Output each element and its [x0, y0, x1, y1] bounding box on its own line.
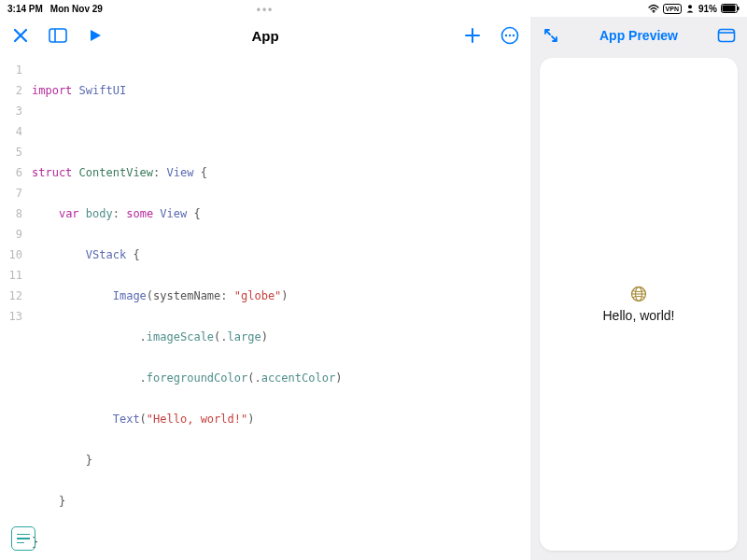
editor-toolbar: ••• App [0, 17, 530, 54]
line-gutter: 1 2 3 4 5 6 7 8 9 10 11 12 13 [0, 60, 32, 560]
line-number: 10 [0, 245, 22, 265]
status-time: 3:14 PM [7, 4, 43, 14]
status-bar-right: VPN 91% [648, 4, 740, 14]
more-button[interactable] [499, 24, 521, 47]
line-number: 3 [0, 101, 22, 121]
close-button[interactable] [9, 24, 32, 47]
svg-point-8 [505, 35, 507, 36]
status-bar-left: 3:14 PM Mon Nov 29 [7, 4, 103, 14]
line-number: 5 [0, 142, 22, 162]
svg-point-9 [509, 35, 511, 36]
svg-rect-3 [723, 6, 736, 12]
globe-icon [630, 286, 647, 302]
line-number: 2 [0, 80, 22, 101]
status-bar: 3:14 PM Mon Nov 29 VPN 91% [0, 0, 747, 17]
preview-canvas[interactable]: Hello, world! [540, 58, 738, 551]
editor-pane: ••• App [0, 17, 530, 560]
line-number: 9 [0, 224, 22, 245]
code-content[interactable]: import SwiftUI struct ContentView: View … [32, 60, 530, 560]
window-button[interactable] [715, 24, 738, 47]
line-number: 4 [0, 121, 22, 142]
sidebar-toggle-button[interactable] [47, 24, 69, 47]
code-editor[interactable]: 1 2 3 4 5 6 7 8 9 10 11 12 13 import Swi… [0, 54, 530, 560]
line-number: 6 [0, 162, 22, 183]
add-button[interactable] [461, 24, 484, 47]
battery-icon [721, 4, 740, 13]
user-icon [685, 4, 695, 13]
line-number: 7 [0, 183, 22, 203]
run-button[interactable] [84, 24, 106, 47]
line-number: 1 [0, 60, 22, 80]
battery-percent: 91% [698, 4, 717, 14]
wifi-icon [648, 4, 659, 13]
notes-icon [11, 526, 35, 551]
notes-button[interactable] [11, 526, 35, 551]
svg-point-10 [513, 35, 514, 36]
vpn-badge: VPN [663, 4, 682, 14]
line-number: 12 [0, 286, 22, 306]
line-number: 13 [0, 306, 22, 327]
status-date: Mon Nov 29 [50, 4, 103, 14]
svg-point-1 [688, 5, 692, 8]
expand-button[interactable] [540, 24, 562, 47]
grabber-icon[interactable]: ••• [257, 4, 275, 17]
svg-rect-4 [738, 7, 740, 10]
svg-rect-11 [719, 30, 735, 42]
preview-toolbar: App Preview [530, 17, 747, 54]
main-area: ••• App [0, 17, 747, 560]
svg-rect-5 [49, 29, 66, 42]
svg-point-0 [653, 11, 655, 13]
line-number: 8 [0, 203, 22, 224]
preview-pane: App Preview Hello, world! [530, 17, 747, 560]
preview-text: Hello, world! [602, 308, 674, 323]
line-number: 11 [0, 265, 22, 286]
